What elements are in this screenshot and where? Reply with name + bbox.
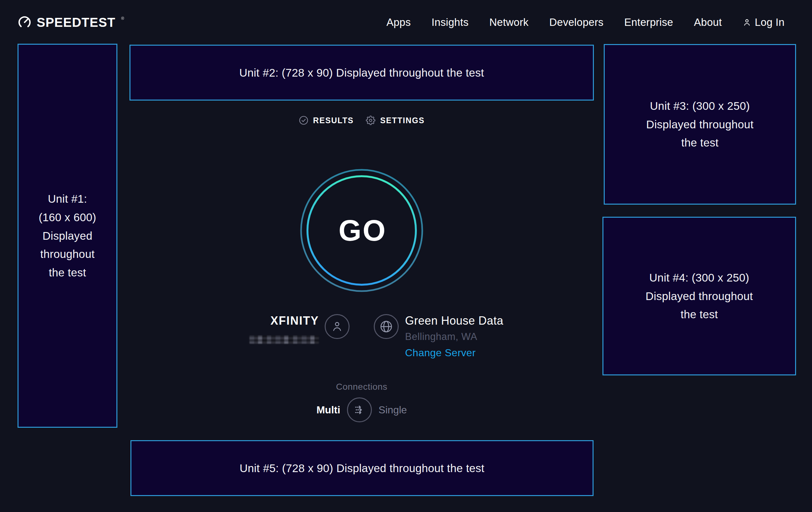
redacted-ip-text (250, 335, 319, 344)
connections-toggle-row: Multi Single (129, 397, 594, 423)
server-location: Bellingham, WA (405, 331, 503, 343)
ad-unit-5-leaderboard[interactable]: Unit #5: (728 x 90) Displayed throughout… (130, 440, 593, 496)
multi-arrows-icon (353, 403, 366, 416)
isp-name: XFINITY (270, 314, 319, 327)
nav-enterprise[interactable]: Enterprise (624, 16, 673, 28)
isp-block: XFINITY (223, 314, 350, 344)
ad-unit-3-text: Unit #3: (300 x 250) Displayed throughou… (643, 97, 756, 152)
tab-results[interactable]: RESULTS (299, 115, 354, 125)
connections-multi-option[interactable]: Multi (316, 404, 340, 416)
tab-settings[interactable]: SETTINGS (366, 115, 425, 125)
connections-toggle[interactable] (347, 397, 372, 422)
person-icon (331, 320, 344, 333)
change-server-link[interactable]: Change Server (405, 347, 503, 359)
tab-results-label: RESULTS (313, 116, 354, 125)
top-nav-bar: SPEEDTEST ® Apps Insights Network Develo… (0, 0, 812, 45)
login-label: Log In (755, 16, 785, 28)
ad-unit-5-text: Unit #5: (728 x 90) Displayed throughout… (239, 459, 485, 478)
main-nav: Apps Insights Network Developers Enterpr… (386, 16, 785, 28)
connections-single-option[interactable]: Single (379, 404, 407, 416)
server-info: Green House Data Bellingham, WA Change S… (405, 314, 503, 359)
ad-unit-2-leaderboard[interactable]: Unit #2: (728 x 90) Displayed throughout… (129, 45, 594, 101)
login-button[interactable]: Log In (743, 16, 785, 28)
server-avatar (374, 314, 399, 339)
server-name: Green House Data (405, 314, 503, 327)
tab-settings-label: SETTINGS (380, 116, 425, 125)
gear-icon (366, 115, 375, 125)
ad-unit-3-rectangle[interactable]: Unit #3: (300 x 250) Displayed throughou… (604, 44, 796, 205)
isp-avatar (325, 314, 350, 339)
ad-unit-1-skyscraper[interactable]: Unit #1: (160 x 600) Displayed throughou… (18, 44, 117, 428)
logo-wordmark: SPEEDTEST (37, 15, 115, 30)
view-tabs: RESULTS SETTINGS (129, 115, 594, 125)
nav-network[interactable]: Network (489, 16, 528, 28)
go-button-label: GO (299, 168, 424, 293)
speedtest-page: SPEEDTEST ® Apps Insights Network Develo… (0, 0, 812, 512)
go-button[interactable]: GO (299, 168, 424, 293)
logo-trademark: ® (121, 16, 124, 21)
isp-info: XFINITY (223, 314, 319, 344)
ad-unit-4-text: Unit #4: (300 x 250) Displayed throughou… (643, 268, 756, 324)
nav-developers[interactable]: Developers (549, 16, 603, 28)
server-block: Green House Data Bellingham, WA Change S… (374, 314, 503, 359)
ad-unit-2-text: Unit #2: (728 x 90) Displayed throughout… (239, 63, 484, 82)
connections-label: Connections (129, 382, 594, 392)
ad-unit-1-text: Unit #1: (160 x 600) Displayed throughou… (38, 190, 97, 282)
ad-unit-4-rectangle[interactable]: Unit #4: (300 x 250) Displayed throughou… (603, 217, 796, 375)
nav-apps[interactable]: Apps (386, 16, 411, 28)
nav-about[interactable]: About (694, 16, 722, 28)
speedtest-logo[interactable]: SPEEDTEST ® (18, 15, 124, 30)
globe-icon (379, 320, 393, 333)
check-circle-icon (299, 115, 309, 125)
speedtest-gauge-icon (18, 15, 32, 29)
nav-insights[interactable]: Insights (432, 16, 468, 28)
user-icon (743, 18, 751, 27)
